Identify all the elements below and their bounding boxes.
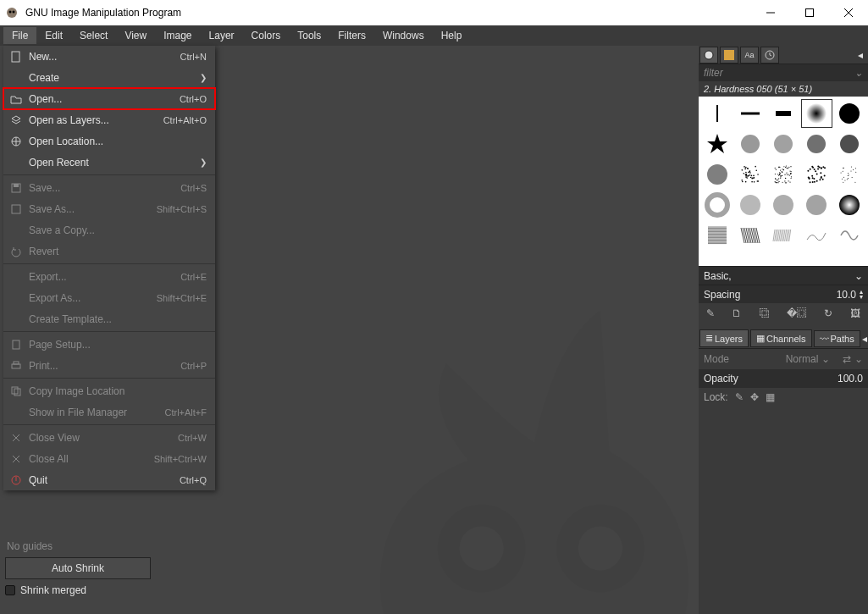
brush-thumb[interactable]	[733, 129, 766, 159]
refresh-brush-icon[interactable]: ↻	[824, 307, 832, 319]
menu-layer[interactable]: Layer	[201, 27, 243, 44]
svg-line-211	[749, 228, 753, 243]
menu-view[interactable]: View	[116, 27, 155, 44]
svg-point-167	[848, 175, 849, 176]
svg-point-81	[779, 172, 780, 173]
configure-tab-icon[interactable]: ◂	[853, 49, 868, 61]
svg-point-177	[847, 179, 848, 180]
svg-point-128	[783, 169, 784, 170]
spacing-field[interactable]: Spacing 10.0 ▴▾	[699, 285, 868, 303]
auto-shrink-button[interactable]: Auto Shrink	[5, 557, 151, 579]
svg-point-138	[816, 174, 818, 175]
brush-thumb[interactable]	[766, 98, 799, 129]
menu-windows[interactable]: Windows	[374, 27, 433, 44]
brush-thumb[interactable]	[800, 159, 833, 190]
lock-alpha-icon[interactable]: ▦	[766, 391, 775, 403]
menu-file[interactable]: File	[3, 27, 36, 44]
brush-thumb[interactable]	[833, 98, 866, 129]
brush-filter-input[interactable]: filter ⌄	[699, 64, 868, 81]
patterns-tab[interactable]	[720, 47, 738, 64]
brush-grid[interactable]	[699, 97, 868, 266]
swap-icon[interactable]: ⇄	[843, 353, 851, 365]
menu-item-open-location[interactable]: Open Location...	[3, 130, 215, 152]
menu-colors[interactable]: Colors	[243, 27, 290, 44]
brush-thumb[interactable]	[700, 129, 733, 159]
brush-thumb[interactable]	[700, 220, 733, 251]
menu-item-create[interactable]: Create❯	[3, 67, 215, 88]
configure-tab-icon[interactable]: ◂	[861, 333, 868, 345]
brush-thumb[interactable]	[733, 190, 766, 220]
file-menu-dropdown: New...Ctrl+NCreate❯Open...Ctrl+OOpen as …	[3, 46, 215, 490]
maximize-button[interactable]	[790, 0, 829, 25]
brush-thumb[interactable]	[800, 220, 833, 251]
lock-pixels-icon[interactable]: ✎	[735, 391, 744, 403]
stepper-icon[interactable]: ▴▾	[860, 290, 863, 300]
brush-thumb[interactable]	[700, 190, 733, 220]
menu-filters[interactable]: Filters	[329, 27, 374, 44]
shrink-merged-checkbox[interactable]: Shrink merged	[5, 584, 151, 596]
paths-tab[interactable]: 〰Paths	[814, 330, 860, 347]
close-button[interactable]	[829, 0, 868, 25]
menu-item-export: Export...Ctrl+E	[3, 266, 215, 287]
svg-line-215	[756, 228, 760, 243]
edit-brush-icon[interactable]: ✎	[706, 307, 715, 319]
brush-thumb[interactable]	[733, 159, 766, 190]
svg-point-152	[814, 181, 815, 183]
svg-point-117	[786, 168, 787, 169]
titlebar: GNU Image Manipulation Program	[0, 0, 868, 25]
delete-brush-icon[interactable]: �⿴	[787, 307, 807, 319]
blend-mode-select[interactable]: Mode Normal⌄ ⇄⌄	[699, 349, 868, 369]
brush-thumb[interactable]	[733, 220, 766, 251]
opacity-field[interactable]: Opacity 100.0	[699, 369, 868, 388]
open-as-image-icon[interactable]: 🖼	[850, 307, 860, 319]
brush-thumb[interactable]	[833, 190, 866, 220]
svg-point-164	[812, 167, 814, 169]
menu-help[interactable]: Help	[433, 27, 471, 44]
brush-thumb[interactable]	[833, 159, 866, 190]
brush-thumb[interactable]	[700, 98, 733, 129]
menu-item-open-as-layers[interactable]: Open as Layers...Ctrl+Alt+O	[3, 109, 215, 130]
duplicate-brush-icon[interactable]: ⿻	[760, 307, 770, 319]
menu-item-quit[interactable]: QuitCtrl+Q	[3, 469, 215, 490]
history-tab[interactable]	[760, 47, 779, 64]
svg-point-78	[788, 174, 789, 174]
menu-item-open-recent[interactable]: Open Recent❯	[3, 152, 215, 173]
brush-thumb[interactable]	[766, 220, 799, 251]
menu-item-new[interactable]: New...Ctrl+N	[3, 46, 215, 67]
brush-thumb[interactable]	[733, 98, 766, 129]
svg-point-154	[809, 178, 810, 180]
saveas-icon	[8, 202, 24, 217]
svg-rect-18	[14, 362, 19, 364]
brush-thumb[interactable]	[800, 98, 833, 129]
brush-thumb[interactable]	[800, 129, 833, 159]
svg-point-133	[790, 178, 791, 179]
menu-item-open[interactable]: Open...Ctrl+O	[3, 88, 215, 109]
svg-point-85	[791, 176, 792, 177]
minimize-button[interactable]	[751, 0, 790, 25]
svg-point-94	[775, 181, 776, 182]
fonts-tab[interactable]: Aa	[740, 47, 759, 64]
menu-select[interactable]: Select	[71, 27, 116, 44]
brush-thumb[interactable]	[766, 129, 799, 159]
new-brush-icon[interactable]: 🗋	[732, 307, 742, 319]
brush-preset-select[interactable]: Basic, ⌄	[699, 266, 868, 285]
brush-thumb[interactable]	[833, 220, 866, 251]
brush-thumb[interactable]	[766, 159, 799, 190]
svg-point-111	[782, 169, 782, 169]
svg-point-185	[848, 173, 849, 174]
brush-thumb[interactable]	[700, 159, 733, 190]
channels-tab[interactable]: ▦Channels	[750, 329, 811, 347]
brushes-tab[interactable]	[699, 47, 718, 64]
brush-thumb[interactable]	[766, 190, 799, 220]
menu-edit[interactable]: Edit	[36, 27, 71, 44]
menu-image[interactable]: Image	[155, 27, 200, 44]
svg-point-169	[843, 168, 844, 169]
lock-position-icon[interactable]: ✥	[750, 391, 759, 403]
brush-thumb[interactable]	[833, 129, 866, 159]
svg-point-58	[757, 174, 759, 175]
layers-tab[interactable]: ≣Layers	[699, 329, 749, 347]
svg-rect-11	[12, 52, 19, 62]
menu-tools[interactable]: Tools	[289, 27, 329, 44]
brush-thumb[interactable]	[800, 190, 833, 220]
svg-point-184	[843, 177, 844, 178]
